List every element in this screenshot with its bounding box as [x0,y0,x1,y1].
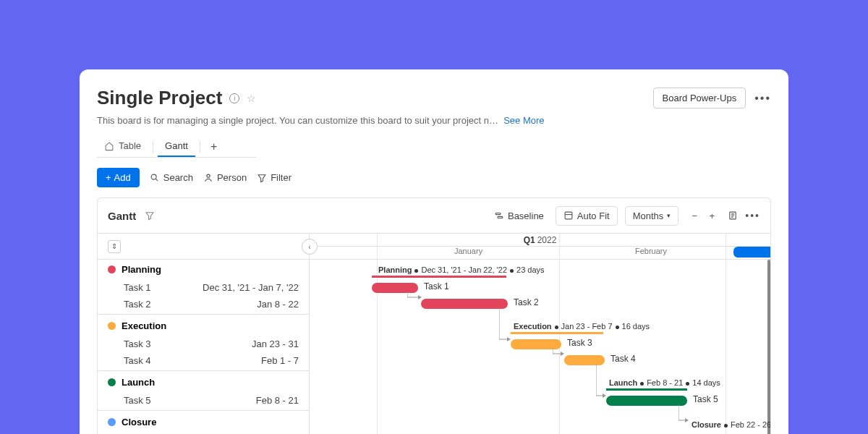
group-name: Closure [122,417,156,427]
add-tab-button[interactable]: + [205,137,223,156]
group-color-dot [108,322,116,330]
tab-table-label: Table [119,140,141,151]
person-button[interactable]: Person [203,172,247,183]
group-color-dot [108,378,116,386]
collapse-all-button[interactable]: ⇕ [108,240,121,253]
task-dates: Jan 8 - 22 [257,299,299,310]
person-label: Person [217,172,247,183]
board-title: Single Project [97,87,222,109]
dependency-connector [499,306,521,345]
baseline-label: Baseline [508,210,544,221]
group-separator [98,370,309,371]
add-button[interactable]: + Add [97,168,140,187]
tab-gantt-label: Gantt [165,140,188,151]
task-name: Task 1 [124,282,151,293]
gantt-more-icon[interactable]: ••• [745,210,760,221]
search-button[interactable]: Search [150,172,193,183]
group-header-execution[interactable]: Execution [98,316,309,336]
task-row[interactable]: Task 4Feb 1 - 7 [98,352,309,369]
svg-point-1 [207,174,210,177]
scrollbar[interactable] [767,260,770,434]
group-name: Planning [122,264,161,275]
star-icon[interactable]: ☆ [247,93,256,104]
timeline-months: January February [310,247,770,260]
power-ups-button[interactable]: Board Power-Ups [653,88,746,109]
dependency-connector [553,346,574,361]
timeline-quarter: Q1 2022 [310,234,770,247]
task-dates: Jan 23 - 31 [252,339,299,349]
filter-icon[interactable] [145,210,155,221]
group-summary-planning: PlanningDec 31, '21 - Jan 22, '2223 days [378,265,545,274]
gantt-bar-task5[interactable] [606,396,687,406]
task-name: Task 4 [124,355,151,366]
export-icon[interactable] [728,210,738,221]
search-label: Search [163,172,193,183]
tab-table[interactable]: Table [97,136,148,157]
gantt-bar-task2[interactable] [421,299,508,309]
filter-label: Filter [271,172,292,183]
svg-rect-2 [495,213,501,215]
autofit-button[interactable]: Auto Fit [556,206,618,226]
zoom-out-button[interactable]: − [686,205,703,226]
task-row[interactable]: Task 3Jan 23 - 31 [98,336,309,352]
months-dropdown[interactable]: Months ▾ [625,206,679,226]
chevron-down-icon: ▾ [667,212,671,219]
plus-icon: + [106,172,111,183]
svg-rect-4 [565,212,572,219]
task-dates: Feb 1 - 7 [261,355,299,366]
group-separator [98,314,309,315]
gantt-header: Gantt Baseline Auto Fit Months ▾ − [98,198,770,234]
svg-point-0 [151,174,156,179]
task-name: Task 2 [124,299,151,310]
group-header-launch[interactable]: Launch [98,373,309,392]
task-row[interactable]: Task 2Jan 8 - 22 [98,296,309,312]
gantt-title: Gantt [108,210,136,222]
month-february: February [635,247,667,255]
task-name: Task 5 [124,395,151,406]
tab-separator [200,141,200,153]
group-summary-execution: ExecutionJan 23 - Feb 716 days [514,322,650,331]
group-header-closure[interactable]: Closure [98,412,309,432]
group-separator [98,410,309,411]
board-window: Single Project i ☆ Board Power-Ups ••• T… [80,69,788,434]
dependency-connector [407,290,429,305]
baseline-icon [494,210,504,221]
chart-area: PlanningDec 31, '21 - Jan 22, '2223 days… [310,260,770,434]
dependency-connector [678,403,700,425]
filter-button[interactable]: Filter [257,172,292,183]
zoom-in-button[interactable]: + [703,205,720,226]
months-label: Months [633,210,664,221]
chevron-left-icon[interactable]: ‹ [302,239,318,255]
search-icon [150,173,160,183]
month-january: January [454,247,482,255]
dependency-connector [596,362,618,401]
tab-gantt[interactable]: Gantt [158,136,195,157]
gantt-timeline[interactable]: Q1 2022 January February PlanningDec 31,… [310,234,770,434]
add-label: Add [114,172,131,183]
person-icon [203,173,213,183]
gantt-body: ⇕ ‹ Planning Task 1Dec 31, '21 - Jan 7, … [98,234,770,434]
see-more-link[interactable]: See More [503,115,544,126]
group-underline [372,276,506,278]
gantt-sidebar: ⇕ ‹ Planning Task 1Dec 31, '21 - Jan 7, … [98,234,310,434]
task-dates: Dec 31, '21 - Jan 7, '22 [203,282,299,293]
autofit-label: Auto Fit [577,210,610,221]
tab-separator [153,141,153,153]
task-row[interactable]: Task 1Dec 31, '21 - Jan 7, '22 [98,279,309,296]
baseline-button[interactable]: Baseline [490,207,548,225]
more-menu-icon[interactable]: ••• [754,92,771,105]
group-name: Launch [122,377,155,388]
description-text: This board is for managing a single proj… [97,115,498,126]
task-dates: Feb 8 - 21 [256,395,299,406]
group-header-planning[interactable]: Planning [98,260,309,279]
autofit-icon [563,210,574,221]
task-row[interactable]: Task 5Feb 8 - 21 [98,392,309,409]
quarter-label: Q1 [524,235,535,245]
gantt-panel: Gantt Baseline Auto Fit Months ▾ − [97,197,771,434]
group-underline [511,332,603,334]
today-indicator [733,247,770,258]
group-summary-closure: ClosureFeb 22 - 265 d [692,420,770,429]
group-color-dot [108,418,116,426]
group-color-dot [108,265,116,273]
info-icon[interactable]: i [229,93,239,103]
